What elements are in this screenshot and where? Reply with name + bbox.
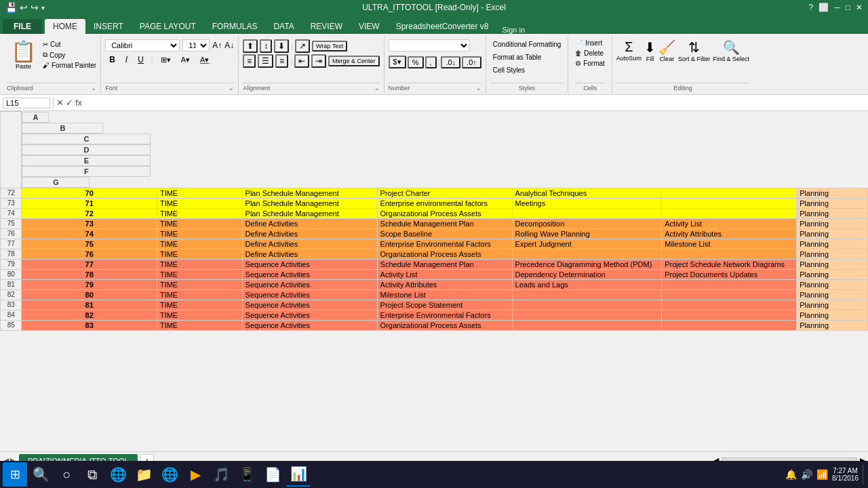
cell-col-f[interactable] bbox=[662, 208, 797, 218]
cell-col-b[interactable]: TIME bbox=[157, 208, 242, 218]
cell-col-f[interactable] bbox=[662, 249, 797, 259]
cell-col-g[interactable]: Planning bbox=[797, 289, 868, 300]
taskbar-clock[interactable]: 7:27 AM 8/1/2016 bbox=[832, 467, 859, 482]
table-row[interactable]: 7573TIMEDefine ActivitiesSchedule Manage… bbox=[1, 218, 868, 228]
cell-col-f[interactable] bbox=[662, 188, 797, 198]
cell-col-d[interactable]: Enterprise Environmental Factors bbox=[377, 310, 512, 320]
format-button[interactable]: ⚙ Format bbox=[575, 60, 604, 67]
table-row[interactable]: 8482TIMESequence ActivitiesEnterprise En… bbox=[1, 310, 868, 320]
cell-col-b[interactable]: TIME bbox=[157, 269, 242, 279]
cell-col-e[interactable]: Meetings bbox=[512, 198, 662, 208]
table-row[interactable]: 7472TIMEPlan Schedule ManagementOrganiza… bbox=[1, 208, 868, 218]
taskbar-network-icon[interactable]: 📶 bbox=[816, 469, 828, 480]
taskbar-ie[interactable]: 🌐 bbox=[106, 462, 130, 487]
table-row[interactable]: 7674TIMEDefine ActivitiesScope BaselineR… bbox=[1, 228, 868, 239]
cell-col-b[interactable]: TIME bbox=[157, 279, 242, 289]
insert-button[interactable]: 📄 Insert bbox=[575, 39, 604, 47]
cell-col-e[interactable] bbox=[512, 249, 662, 259]
taskbar-volume-icon[interactable]: 🔊 bbox=[801, 469, 812, 480]
cell-col-c[interactable]: Plan Schedule Management bbox=[242, 188, 377, 198]
col-header-g[interactable]: G bbox=[22, 177, 90, 188]
merge-center-button[interactable]: Merge & Center bbox=[328, 56, 380, 66]
cell-col-d[interactable]: Project Charter bbox=[377, 188, 512, 198]
cell-col-f[interactable] bbox=[662, 320, 797, 330]
col-header-b[interactable]: B bbox=[22, 123, 103, 134]
decrease-indent-button[interactable]: ⇤ bbox=[294, 54, 309, 68]
font-name-select[interactable]: Calibri bbox=[105, 39, 180, 52]
table-row[interactable]: 7270TIMEPlan Schedule ManagementProject … bbox=[1, 188, 868, 198]
cell-col-e[interactable] bbox=[512, 320, 662, 330]
col-header-c[interactable]: C bbox=[22, 134, 151, 144]
cell-col-d[interactable]: Enterprise Environmental Factors bbox=[377, 239, 512, 249]
table-row[interactable]: 7876TIMEDefine ActivitiesOrganizational … bbox=[1, 249, 868, 259]
cell-col-a[interactable]: 74 bbox=[22, 228, 157, 239]
cell-col-d[interactable]: Organizational Process Assets bbox=[377, 208, 512, 218]
table-row[interactable]: 8078TIMESequence ActivitiesActivity List… bbox=[1, 269, 868, 279]
cell-col-g[interactable]: Planning bbox=[797, 198, 868, 208]
ribbon-display-icon[interactable]: ⬜ bbox=[818, 3, 829, 12]
cell-col-b[interactable]: TIME bbox=[157, 218, 242, 228]
decrease-font-size-button[interactable]: A↓ bbox=[224, 41, 234, 50]
col-header-e[interactable]: E bbox=[22, 155, 151, 166]
cell-col-a[interactable]: 70 bbox=[22, 188, 157, 198]
increase-indent-button[interactable]: ⇥ bbox=[311, 54, 326, 68]
cell-col-c[interactable]: Define Activities bbox=[242, 228, 377, 239]
align-bottom-button[interactable]: ⬇ bbox=[274, 39, 289, 53]
cell-col-f[interactable]: Project Documents Updates bbox=[662, 269, 797, 279]
taskbar-search[interactable]: 🔍 bbox=[28, 462, 53, 487]
cell-col-a[interactable]: 72 bbox=[22, 208, 157, 218]
align-right-button[interactable]: ≡ bbox=[275, 54, 288, 68]
cell-col-b[interactable]: TIME bbox=[157, 188, 242, 198]
percent-button[interactable]: % bbox=[408, 56, 424, 68]
table-row[interactable]: 7775TIMEDefine ActivitiesEnterprise Envi… bbox=[1, 239, 868, 249]
bold-button[interactable]: B bbox=[105, 54, 119, 66]
currency-button[interactable]: $▾ bbox=[389, 56, 406, 68]
cell-col-a[interactable]: 81 bbox=[22, 300, 157, 310]
font-size-select[interactable]: 11 bbox=[182, 39, 210, 52]
cell-col-b[interactable]: TIME bbox=[157, 249, 242, 259]
cell-col-e[interactable] bbox=[512, 289, 662, 300]
autosum-button[interactable]: Σ AutoSum bbox=[616, 39, 642, 81]
increase-font-size-button[interactable]: A↑ bbox=[212, 41, 222, 50]
tab-data[interactable]: DATA bbox=[265, 19, 302, 34]
cell-col-c[interactable]: Sequence Activities bbox=[242, 279, 377, 289]
maximize-icon[interactable]: □ bbox=[846, 3, 850, 12]
taskbar-notification-icon[interactable]: 🔔 bbox=[785, 469, 797, 480]
cell-col-a[interactable]: 71 bbox=[22, 198, 157, 208]
window-controls[interactable]: ? ⬜ ─ □ ✕ bbox=[809, 3, 863, 12]
tab-spreadsheet-converter[interactable]: SpreadsheetConverter v8 bbox=[388, 19, 497, 34]
cell-col-d[interactable]: Schedule Management Plan bbox=[377, 259, 512, 269]
cell-col-f[interactable] bbox=[662, 289, 797, 300]
cell-col-b[interactable]: TIME bbox=[157, 310, 242, 320]
cell-col-d[interactable]: Project Scope Statement bbox=[377, 300, 512, 310]
cell-col-f[interactable] bbox=[662, 279, 797, 289]
cell-col-e[interactable]: Analytical Techniques bbox=[512, 188, 662, 198]
cell-col-g[interactable]: Planning bbox=[797, 320, 868, 330]
cell-col-g[interactable]: Planning bbox=[797, 279, 868, 289]
start-button[interactable]: ⊞ bbox=[3, 462, 27, 487]
copy-button[interactable]: ⧉Copy bbox=[43, 51, 96, 59]
align-top-button[interactable]: ⬆ bbox=[243, 39, 258, 53]
minimize-icon[interactable]: ─ bbox=[834, 3, 840, 12]
cell-col-e[interactable]: Leads and Lags bbox=[512, 279, 662, 289]
taskbar-app-6[interactable]: 📱 bbox=[235, 462, 259, 487]
taskbar-cortana[interactable]: ○ bbox=[54, 462, 79, 487]
taskbar-file-explorer[interactable]: 📁 bbox=[132, 462, 156, 487]
find-select-button[interactable]: 🔍 Find & Select bbox=[713, 39, 749, 81]
cell-col-c[interactable]: Define Activities bbox=[242, 218, 377, 228]
redo-icon[interactable]: ↪ bbox=[31, 2, 39, 13]
col-header-d[interactable]: D bbox=[22, 144, 151, 155]
tab-insert[interactable]: INSERT bbox=[85, 19, 132, 34]
cell-col-e[interactable]: Expert Judgment bbox=[512, 239, 662, 249]
cell-col-c[interactable]: Define Activities bbox=[242, 239, 377, 249]
align-center-button[interactable]: ☰ bbox=[258, 54, 273, 68]
cell-col-f[interactable] bbox=[662, 198, 797, 208]
cell-col-d[interactable]: Schedule Management Plan bbox=[377, 218, 512, 228]
cell-col-a[interactable]: 82 bbox=[22, 310, 157, 320]
save-icon[interactable]: 💾 bbox=[5, 2, 17, 13]
cell-col-b[interactable]: TIME bbox=[157, 289, 242, 300]
cell-col-g[interactable]: Planning bbox=[797, 188, 868, 198]
table-row[interactable]: 7977TIMESequence ActivitiesSchedule Mana… bbox=[1, 259, 868, 269]
cell-col-b[interactable]: TIME bbox=[157, 300, 242, 310]
cut-button[interactable]: ✂Cut bbox=[43, 41, 96, 48]
